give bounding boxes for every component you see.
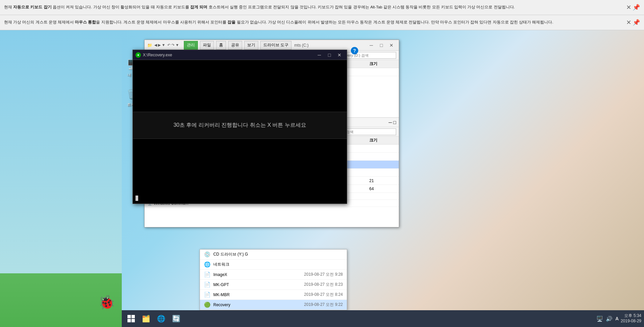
mkmbr-icon: 📄 xyxy=(204,291,211,298)
imagex-label: ImageX xyxy=(213,272,302,277)
recovery-bottom-section xyxy=(133,139,347,204)
taskbar-refresh-item[interactable]: 🔄 xyxy=(169,312,183,325)
folder-popup: 💿 CD 드라이브 (Y:) G 🌐 네트워크 📄 ImageX 2019-08… xyxy=(200,249,347,310)
language-indicator[interactable]: A xyxy=(615,316,619,321)
mkgpt-icon: 📄 xyxy=(204,281,211,288)
clock-time: 오후 5:34 xyxy=(621,313,641,319)
recovery-popup-icon: 🟢 xyxy=(204,302,211,308)
clock-date: 2019-08-29 xyxy=(621,319,641,324)
minimize-section-icon[interactable]: ─ xyxy=(389,120,392,125)
explorer-tab-view[interactable]: 보기 xyxy=(244,41,258,50)
cdrom-icon: 💿 xyxy=(204,251,211,258)
recovery-app-icon: ● xyxy=(136,52,141,58)
folder-popup-row-network[interactable]: 🌐 네트워크 xyxy=(200,260,347,270)
notif-mouse-pin[interactable]: 📌 xyxy=(633,19,640,26)
mkgpt-label: MK-GPT xyxy=(213,282,302,287)
notif-mouse-text: 현재 가상 머신의 게스트 운영 체제에서 마우스 통합을 지원합니다. 게스트… xyxy=(4,19,553,25)
folder-popup-row-mkmbr[interactable]: 📄 MK-MBR 2019-08-27 오전 8:24 xyxy=(200,290,347,300)
mkmbr-label: MK-MBR xyxy=(213,292,302,297)
explorer-titlebar-left: 📁 ◀ ▶ ▼ ↶ ↷ ▼ 관리 파일 홈 공유 보기 드라이브 도구 xyxy=(147,41,291,50)
recovery-window: ● X:\Recovery.exe ─ □ ✕ 30초 후에 리커버리 진행합니… xyxy=(132,50,347,204)
left-panel-sky xyxy=(0,30,122,273)
left-panel: 🐞 xyxy=(0,30,122,327)
folder-popup-row-cdrom[interactable]: 💿 CD 드라이브 (Y:) G xyxy=(200,250,347,260)
explorer-tab-home[interactable]: 홈 xyxy=(216,41,226,50)
taskbar-folder-item[interactable]: 🗂️ xyxy=(139,312,153,325)
explorer-tab-file[interactable]: 파일 xyxy=(200,41,214,50)
notification-bar-mouse: 현재 가상 머신의 게스트 운영 체제에서 마우스 통합을 지원합니다. 게스트… xyxy=(0,15,644,30)
bottom-app1-size: 21 xyxy=(369,178,396,183)
volume-tray-icon[interactable]: 🔊 xyxy=(606,316,612,322)
notification-bar-keyboard: 현재 자동으로 키보드 잡기 옵션이 켜져 있습니다. 가상 머신 창이 활성화… xyxy=(0,0,644,15)
taskbar-tray: 🖥️ 🔊 A 오후 5:34 2019-08-29 xyxy=(596,313,641,324)
recovery-top-section xyxy=(133,60,347,112)
explorer-titlebar-controls: ─ □ ✕ xyxy=(367,42,396,49)
taskbar-browser-item[interactable]: 🌐 xyxy=(154,312,168,325)
recovery-titlebar-left: ● X:\Recovery.exe xyxy=(136,52,172,58)
network-tray-icon[interactable]: 🖥️ xyxy=(596,316,603,322)
recovery-message: 30초 후에 리커버리 진행합니다 취소는 X 버튼 누르세요 xyxy=(173,122,306,129)
explorer-folder-icon: 📁 xyxy=(147,43,152,48)
ladybug-decoration: 🐞 xyxy=(98,294,115,310)
cursor-blink xyxy=(136,196,138,201)
folder-popup-row-recovery[interactable]: 🟢 Recovery 2019-08-27 오전 9:22 xyxy=(200,300,347,310)
desktop: 🐞 🖥️ 내 PC 🗑️ 휴지통 ? 📁 ◀ ▶ ▼ ↶ ↷ ▼ 관리 파일 홈… xyxy=(0,30,644,327)
maximize-section-icon[interactable]: □ xyxy=(393,120,396,125)
recovery-controls: ─ □ ✕ xyxy=(315,51,344,59)
clock-display[interactable]: 오후 5:34 2019-08-29 xyxy=(621,313,641,324)
recovery-titlebar: ● X:\Recovery.exe ─ □ ✕ xyxy=(133,50,347,60)
recovery-maximize-btn[interactable]: □ xyxy=(325,51,334,59)
start-button[interactable] xyxy=(124,312,138,325)
mkmbr-date: 2019-08-27 오전 8:24 xyxy=(304,292,343,297)
explorer-tab-share[interactable]: 공유 xyxy=(228,41,242,50)
recovery-close-btn[interactable]: ✕ xyxy=(335,51,344,59)
notif-keyboard-close-x[interactable]: ✕ xyxy=(626,4,631,11)
bottom-app2-size: 64 xyxy=(369,186,396,191)
svg-rect-0 xyxy=(127,315,131,318)
explorer-tab-drive[interactable]: 드라이브 도구 xyxy=(260,41,291,50)
network-icon: 🌐 xyxy=(204,261,211,268)
notif-mouse-close[interactable]: ✕ 📌 xyxy=(626,19,640,26)
recovery-body: 30초 후에 리커버리 진행합니다 취소는 X 버튼 누르세요 xyxy=(133,60,347,204)
explorer-minimize-btn[interactable]: ─ xyxy=(367,42,376,49)
svg-rect-3 xyxy=(131,319,135,322)
col-size: 크기 xyxy=(369,61,396,67)
notif-mouse-close-x[interactable]: ✕ xyxy=(626,19,631,26)
explorer-close-btn[interactable]: ✕ xyxy=(387,42,396,49)
cdrom-label: CD 드라이브 (Y:) G xyxy=(213,252,343,257)
explorer-active-tab[interactable]: 관리 xyxy=(184,41,198,50)
bottom-col-size: 크기 xyxy=(369,138,396,143)
taskbar: 🗂️ 🌐 🔄 🖥️ 🔊 A 오후 5:34 2019-08-29 xyxy=(122,310,644,327)
notif-keyboard-text: 현재 자동으로 키보드 잡기 옵션이 켜져 있습니다. 가상 머신 창이 활성화… xyxy=(4,4,515,10)
explorer-titlebar: 📁 ◀ ▶ ▼ ↶ ↷ ▼ 관리 파일 홈 공유 보기 드라이브 도구 mts … xyxy=(145,40,399,51)
imagex-icon: 📄 xyxy=(204,271,211,278)
recovery-minimize-btn[interactable]: ─ xyxy=(315,51,324,59)
help-icon[interactable]: ? xyxy=(351,47,358,54)
folder-popup-row-mkgpt[interactable]: 📄 MK-GPT 2019-08-27 오전 8:23 xyxy=(200,280,347,290)
explorer-toolbar-btns: ↶ ↷ ▼ xyxy=(167,43,179,47)
imagex-date: 2019-08-27 오전 9:28 xyxy=(304,272,343,277)
recovery-middle-section: 30초 후에 리커버리 진행합니다 취소는 X 버튼 누르세요 xyxy=(133,112,347,139)
svg-rect-1 xyxy=(131,315,135,318)
notif-keyboard-pin[interactable]: 📌 xyxy=(633,4,640,11)
windows-logo-icon xyxy=(127,315,135,323)
recovery-popup-label: Recovery xyxy=(213,303,302,307)
notif-keyboard-close[interactable]: ✕ 📌 xyxy=(626,4,640,11)
explorer-title-nav: ◀ ▶ ▼ xyxy=(154,43,165,47)
folder-popup-row-imagex[interactable]: 📄 ImageX 2019-08-27 오전 9:28 xyxy=(200,270,347,280)
tray-icons: 🖥️ 🔊 A xyxy=(596,316,619,322)
recovery-popup-date: 2019-08-27 오전 9:22 xyxy=(304,302,343,308)
network-label: 네트워크 xyxy=(213,262,343,267)
svg-rect-2 xyxy=(127,319,131,322)
explorer-maximize-btn[interactable]: □ xyxy=(377,42,386,49)
recovery-title-text: X:\Recovery.exe xyxy=(143,53,172,57)
mkgpt-date: 2019-08-27 오전 8:23 xyxy=(304,282,343,287)
